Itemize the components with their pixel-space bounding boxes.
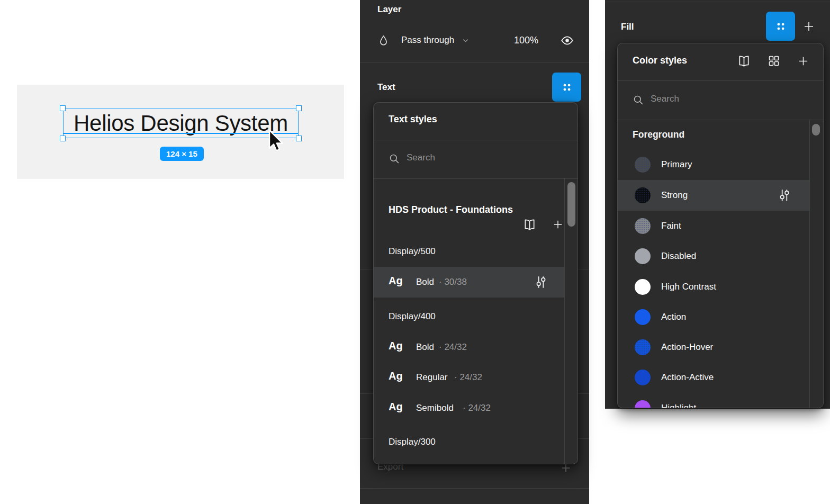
text-style-row[interactable]: Ag Semibold · 24/32 — [374, 393, 564, 424]
text-style-row[interactable]: Ag Regular · 24/32 — [374, 362, 564, 393]
color-style-row[interactable]: Action-Active — [618, 362, 809, 393]
scrollbar-thumb[interactable] — [812, 124, 820, 136]
text-style-row[interactable]: Ag Bold · 24/32 — [374, 332, 564, 363]
add-fill-button[interactable] — [801, 19, 817, 34]
plus-icon — [797, 55, 809, 67]
eye-icon — [561, 34, 574, 47]
blend-droplet-icon — [377, 34, 390, 47]
book-icon — [522, 218, 537, 231]
color-style-row[interactable]: Disabled — [618, 241, 809, 272]
fill-panel: Fill Color styles — [605, 0, 830, 409]
scrollbar-track-divider — [809, 120, 810, 408]
style-name: Bold — [416, 342, 434, 353]
color-style-row[interactable]: Highlight — [618, 393, 809, 408]
selection-handle-bottom-left[interactable] — [60, 136, 66, 141]
blend-mode-value[interactable]: Pass through — [401, 35, 454, 46]
color-style-row[interactable]: High Contrast — [618, 272, 809, 302]
color-name: Faint — [661, 221, 681, 231]
color-styles-popup-title: Color styles — [633, 55, 687, 66]
style-sample: Ag — [389, 340, 403, 352]
color-style-row[interactable]: Faint — [618, 211, 809, 241]
color-name: Disabled — [661, 251, 696, 262]
text-style-row-selected[interactable]: Ag Bold · 30/38 — [374, 267, 564, 298]
dimension-badge: 124 × 15 — [160, 147, 204, 161]
color-swatch — [635, 248, 651, 264]
design-canvas[interactable]: Helios Design System 124 × 15 — [17, 85, 344, 179]
figma-app: Helios Design System 124 × 15 Layer Pass… — [0, 0, 830, 504]
color-swatch — [635, 370, 651, 385]
color-swatch — [635, 279, 651, 295]
text-styles-search[interactable] — [374, 140, 578, 178]
style-meta: · 24/32 — [463, 403, 491, 413]
color-name: High Contrast — [661, 282, 716, 292]
style-group-header: HDS Product - Foundations — [389, 204, 513, 215]
panel-top-divider — [605, 2, 830, 2]
blend-mode-row[interactable]: Pass through — [377, 33, 470, 48]
style-section-label: Display/500 — [389, 246, 436, 257]
visibility-toggle[interactable] — [560, 33, 574, 48]
text-styles-popup-title: Text styles — [389, 114, 437, 125]
layer-section-title: Layer — [377, 4, 401, 15]
style-section-label: Display/300 — [389, 437, 436, 447]
style-name: Semibold — [416, 403, 454, 413]
style-section-label: Display/400 — [389, 311, 436, 322]
four-dot-style-icon — [774, 20, 788, 33]
color-styles-popup: Color styles — [617, 43, 824, 408]
popup-divider — [374, 178, 578, 179]
color-swatch — [635, 218, 651, 234]
color-style-row[interactable]: Action — [618, 302, 809, 332]
selection-handle-top-left[interactable] — [60, 105, 66, 111]
opacity-field[interactable]: 100% — [514, 33, 538, 48]
grid-view-button[interactable] — [765, 53, 783, 69]
style-name: Regular — [416, 372, 448, 383]
color-swatch — [635, 309, 651, 325]
color-swatch — [635, 187, 651, 203]
four-dot-style-icon — [560, 80, 574, 94]
chevron-down-icon — [462, 37, 470, 44]
style-name: Bold — [416, 277, 434, 287]
popup-divider — [618, 120, 823, 120]
color-style-row-selected[interactable]: Strong — [618, 180, 809, 211]
style-meta: · 24/32 — [439, 342, 467, 353]
text-styles-popup: Text styles HDS Produc — [373, 102, 578, 464]
color-name: Highlight — [661, 403, 696, 408]
text-styles-active-button[interactable] — [552, 73, 581, 102]
open-library-button[interactable] — [520, 217, 539, 232]
color-group-header: Foreground — [633, 129, 684, 140]
color-name: Primary — [661, 159, 692, 170]
search-icon — [633, 94, 644, 106]
selection-baseline — [63, 133, 299, 134]
section-divider — [360, 62, 589, 62]
color-styles-search[interactable] — [618, 80, 823, 120]
plus-icon — [552, 219, 564, 230]
mouse-cursor-icon — [267, 129, 285, 154]
properties-panel: Layer Pass through 100% Text — [360, 0, 589, 504]
selection-handle-bottom-right[interactable] — [296, 136, 302, 141]
section-divider — [360, 488, 589, 489]
color-swatch — [635, 400, 651, 408]
style-meta: · 24/32 — [454, 372, 482, 383]
fill-styles-active-button[interactable] — [766, 12, 795, 41]
text-section-title: Text — [377, 82, 395, 93]
selection-handle-top-right[interactable] — [296, 105, 302, 111]
grid-icon — [768, 55, 780, 67]
color-style-row[interactable]: Action-Hover — [618, 332, 809, 363]
color-swatch — [635, 339, 651, 355]
color-name: Action — [661, 312, 686, 322]
style-sample: Ag — [389, 370, 403, 382]
plus-icon — [802, 20, 815, 33]
search-input[interactable] — [407, 152, 523, 163]
search-input[interactable] — [651, 94, 767, 104]
adjust-style-icon[interactable] — [534, 275, 548, 290]
adjust-style-icon[interactable] — [778, 188, 791, 203]
color-name: Strong — [661, 190, 688, 201]
add-color-style-button[interactable] — [795, 53, 811, 69]
style-meta: · 30/38 — [439, 277, 467, 287]
search-icon — [389, 153, 400, 165]
color-style-row[interactable]: Primary — [618, 149, 809, 180]
scrollbar-thumb[interactable] — [567, 182, 575, 227]
color-name: Action-Active — [661, 372, 714, 383]
book-icon — [737, 55, 751, 67]
open-library-button[interactable] — [734, 53, 753, 69]
selected-text-layer[interactable]: Helios Design System — [63, 109, 299, 138]
